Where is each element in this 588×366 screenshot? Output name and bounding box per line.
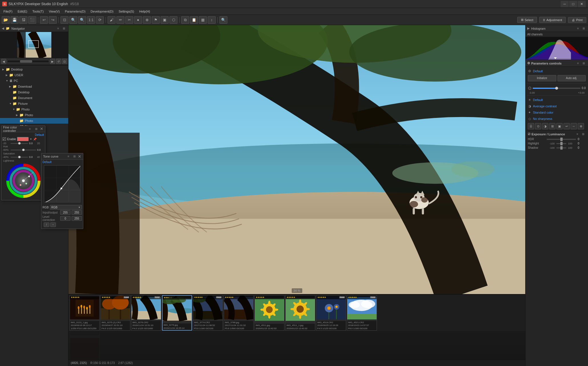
params-menu-btn[interactable]: ≡ [575,61,581,66]
color-wheel[interactable] [6,164,41,198]
tree-item-photo3-active[interactable]: 📁 Photo [0,118,68,124]
tool-flag[interactable]: ⚑ [152,16,160,24]
params-expand-btn[interactable]: ⊞ [581,61,586,66]
histogram-menu-btn[interactable]: ≡ [575,26,581,31]
rt-icon-3[interactable]: ◑ [542,123,548,129]
menu-tools[interactable]: Tools(T) [30,9,46,14]
param-color-value[interactable]: Standard color [533,111,586,114]
rt-icon-5[interactable]: ▣ [556,123,563,129]
tool-brush[interactable]: 🖌 [108,16,116,24]
auto-adj-button[interactable]: Auto adj. [557,75,586,81]
tool-save[interactable]: 💾 [11,16,19,24]
rt-icon-2[interactable]: ⊙ [535,123,541,129]
menu-edit[interactable]: Edit(E) [15,9,30,14]
nav-rotate-btn[interactable]: ↺ [56,59,61,64]
fcp-default-label[interactable]: Default [3,133,44,136]
rt-icon-1[interactable]: ☰ [528,123,534,129]
tool-picker[interactable]: ✏ [116,16,124,24]
select-button[interactable]: ⊞ Select [517,17,537,23]
tcp-expand-btn[interactable]: ⊞ [72,154,77,159]
tool-crop[interactable]: ✂ [125,16,133,24]
minimize-button[interactable]: ─ [561,1,569,7]
thumbnail-item-selected[interactable]: ★★★☆☆ IMG_0276.jpg 2019/11/24 18:25:14 [162,295,192,331]
tcp-input-field[interactable] [60,210,70,215]
tool-paste[interactable]: 📋 [190,16,198,24]
thumbnail-item[interactable]: ★★★★★ RAW IMG_0275 (2).CR2 2019/04/27 2 [100,295,130,331]
param-sharpness-value[interactable]: No sharpness [533,117,586,120]
tool-zoom-1[interactable]: 1:1 [87,16,95,24]
maximize-button[interactable]: □ [569,1,577,7]
tone-curve-graph[interactable] [44,165,80,202]
tree-item-desktop[interactable]: ▶ 📁 Desktop [0,67,68,72]
tree-item-photo2[interactable]: ▶ 📁 Photo [0,112,68,118]
tool-rotate[interactable]: ⟳ [96,16,104,24]
navigator-expand-btn[interactable]: ⊞ [61,26,66,31]
menu-settings[interactable]: Settings(S) [116,9,136,14]
fcp-menu-btn[interactable]: ≡ [27,127,33,131]
tool-copy[interactable]: ⧉ [181,16,189,24]
fcp-enable-checkbox[interactable]: ✓ [3,137,6,141]
tool-save2[interactable]: 🖫 [19,16,27,24]
tool-zoom-out[interactable]: 🔍 [78,16,86,24]
thumbnail-item[interactable]: ★★★★★ [70,295,100,331]
brightness-thumb[interactable] [555,87,558,90]
menu-development[interactable]: Development(D) [88,9,116,14]
fcp-hue-thumb[interactable] [18,142,21,144]
tcp-close-btn[interactable]: ✕ [78,154,81,159]
tree-item-desktop2[interactable]: 📁 Desktop [0,89,68,95]
tool-redo[interactable]: ↪ [49,16,57,24]
rt-icon-4[interactable]: ⊞ [549,123,555,129]
fcp-dropdown-icon[interactable]: ▼ [30,138,32,140]
tcp-level-max[interactable] [72,216,82,221]
tree-item-picture[interactable]: ▼ 📁 Picture [0,101,68,106]
tcp-level-min[interactable] [60,216,70,221]
fcp-expand-btn[interactable]: ⊞ [34,127,39,131]
fcp-sat-thumb[interactable] [22,149,25,151]
fcp-sat-slider[interactable] [11,150,36,150]
tcp-menu-btn[interactable]: ≡ [66,154,71,159]
tcp-rgb-select[interactable]: RGB ▼ [50,205,82,210]
highlight-slider[interactable] [556,143,566,144]
exposure-expand-btn[interactable]: ⊞ [581,132,586,136]
nav-prev-btn[interactable]: ◀ [1,59,6,64]
tcp-curve-btn[interactable]: ~ [50,222,56,227]
tcp-linear-btn[interactable]: / [44,222,49,227]
menu-help[interactable]: Help(H) [137,9,152,14]
shadow-slider-thumb[interactable] [560,146,563,150]
rt-icon-6[interactable]: ↩ [563,123,570,129]
rt-icon-7[interactable]: ↔ [571,123,577,129]
fcp-pin-icon[interactable]: 📌 [33,138,37,141]
param-contrast-value[interactable]: Average contrast [533,104,586,108]
nav-next-btn[interactable]: ▶ [50,59,55,64]
tree-item-user[interactable]: ▶ 📁 USER [0,72,68,78]
thumbnail-item[interactable]: ★★★★★ IMG_3788.jpg 2017/11/24 11:31:32 F… [224,295,254,331]
tool-save3[interactable]: ⬛ [28,16,36,24]
params-default-value[interactable]: Default [533,69,586,73]
brightness-slider-container[interactable] [533,88,581,89]
hdr-slider[interactable] [547,139,576,140]
navigator-menu-btn[interactable]: ≡ [56,26,61,31]
shadow-slider[interactable] [556,147,566,148]
thumbnail-item[interactable]: ★★★★★ RAW IMG_3774.CR2 2017/11/24 11:08:… [193,295,223,331]
tool-layout[interactable]: ▦ [199,16,207,24]
tcp-default-label[interactable]: Default [43,160,52,164]
tool-zoom-in[interactable]: 🔍 [69,16,77,24]
fcp-light-slider[interactable] [11,157,28,158]
tool-open[interactable]: 📂 [2,16,10,24]
menu-parameters[interactable]: Parameters(D) [62,9,88,14]
rt-icon-8[interactable]: ⊕ [578,123,584,129]
close-button[interactable]: ✕ [578,1,586,7]
fcp-close-btn[interactable]: ✕ [40,127,43,131]
tool-arrow[interactable]: ↕ [208,16,216,24]
tree-item-photo1[interactable]: ▼ 📁 Photo [0,106,68,112]
thumbnail-item[interactable]: ★★★★★ [285,295,315,331]
fcp-light-thumb[interactable] [18,156,21,158]
tool-compare[interactable]: ▣ [161,16,169,24]
tool-zoom-fit[interactable]: ⊡ [60,16,68,24]
tool-select2[interactable]: ⬡ [169,16,177,24]
fcp-hue-slider[interactable] [11,143,28,144]
adjustment-button[interactable]: ⧖ Adjustment [539,17,566,23]
menu-file[interactable]: File(F) [1,9,15,14]
hdr-slider-thumb[interactable] [560,138,563,141]
tree-item-download[interactable]: ▶ 📁 Download [0,84,68,89]
